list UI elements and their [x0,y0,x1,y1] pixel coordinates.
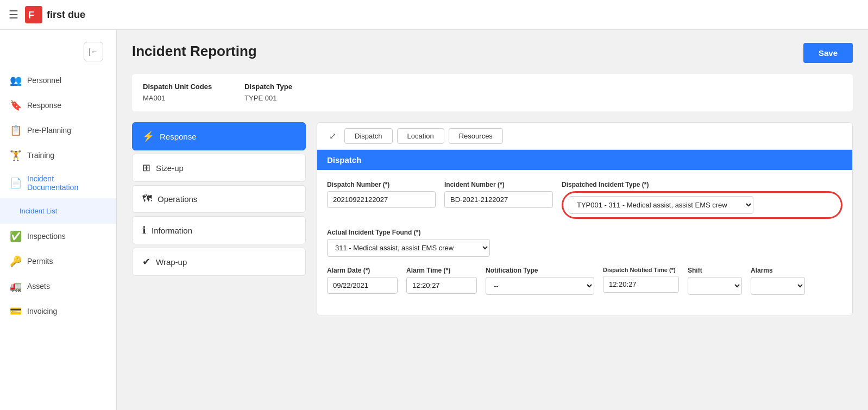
page-title: Incident Reporting [132,43,257,60]
dispatch-number-input[interactable] [327,191,436,208]
tab-location[interactable]: Location [397,128,444,144]
nav-item-wrapup[interactable]: ✔ Wrap-up [132,248,306,276]
dispatched-incident-type-select[interactable]: TYP001 - 311 - Medical assist, assist EM… [569,196,753,214]
dispatched-incident-type-group: Dispatched Incident Type (*) TYP001 - 31… [562,181,842,219]
invoicing-icon: 💳 [10,305,22,317]
sidebar-label-response: Response [27,101,61,110]
sidebar-item-pre-planning[interactable]: 📋 Pre-Planning [0,118,116,143]
sidebar-label-invoicing: Invoicing [27,307,57,316]
dispatch-unit-codes-label: Dispatch Unit Codes [143,83,212,91]
sidebar-label-incident-documentation: Incident Documentation [27,174,106,192]
alarm-date-group: Alarm Date (*) [327,267,398,294]
alarm-time-input[interactable] [406,277,477,294]
dispatch-notified-time-label: Dispatch Notified Time (*) [603,267,679,273]
topbar: ☰ F first due [0,0,868,30]
panel-tabs: ⤢ Dispatch Location Resources [317,123,852,150]
nav-label-information: Information [152,226,192,235]
notification-type-label: Notification Type [486,267,594,274]
sidebar-label-personnel: Personnel [27,76,61,85]
dispatched-incident-type-highlight: TYP001 - 311 - Medical assist, assist EM… [562,191,842,219]
alarms-group: Alarms [751,267,805,295]
actual-incident-type-group: Actual Incident Type Found (*) 311 - Med… [327,229,512,257]
expand-button[interactable]: ⤢ [325,129,340,144]
nav-item-response[interactable]: ⚡ Response [132,122,306,150]
sidebar-item-assets[interactable]: 🚛 Assets [0,274,116,299]
tab-dispatch[interactable]: Dispatch [344,128,393,144]
dispatch-info-bar: Dispatch Unit Codes MA001 Dispatch Type … [132,74,853,111]
sidebar-item-inspections[interactable]: ✅ Inspections [0,224,116,249]
notification-type-group: Notification Type -- [486,267,594,295]
svg-text:F: F [28,10,34,21]
sidebar-item-training[interactable]: 🏋 Training [0,143,116,168]
dispatch-unit-codes-group: Dispatch Unit Codes MA001 [143,83,212,103]
response-nav-icon: ⚡ [142,130,154,142]
main-layout: |← 👥 Personnel 🔖 Response 📋 Pre-Planning… [0,30,868,410]
operations-nav-icon: 🗺 [142,193,152,205]
sidebar-item-permits[interactable]: 🔑 Permits [0,249,116,274]
shift-select[interactable] [688,277,742,295]
sidebar-item-incident-documentation[interactable]: 📄 Incident Documentation [0,168,116,198]
save-button[interactable]: Save [803,43,853,63]
sidebar-label-permits: Permits [27,257,53,266]
training-icon: 🏋 [10,149,22,161]
wrapup-nav-icon: ✔ [142,256,150,268]
sidebar-label-inspections: Inspections [27,232,66,241]
dispatch-type-group: Dispatch Type TYPE 001 [244,83,292,103]
section-header: Dispatch [317,150,852,170]
actual-incident-type-select[interactable]: 311 - Medical assist, assist EMS crew [327,239,490,257]
nav-item-sizeup[interactable]: ⊞ Size-up [132,154,306,182]
form-row-3: Alarm Date (*) Alarm Time (*) Notificati… [327,267,842,295]
alarm-time-label: Alarm Time (*) [406,267,477,274]
sidebar: |← 👥 Personnel 🔖 Response 📋 Pre-Planning… [0,30,117,410]
nav-label-wrapup: Wrap-up [156,257,187,267]
dispatch-unit-codes-value: MA001 [143,94,165,102]
form-area: Dispatch Number (*) Incident Number (*) … [317,170,852,316]
nav-label-sizeup: Size-up [156,163,184,173]
content-area: Incident Reporting Save Dispatch Unit Co… [117,30,868,410]
dispatch-number-group: Dispatch Number (*) [327,181,436,208]
dispatch-section: Dispatch Dispatch Number (*) Incident Nu… [317,150,852,316]
nav-item-operations[interactable]: 🗺 Operations [132,185,306,213]
incident-number-input[interactable] [444,191,553,208]
sidebar-item-incident-list[interactable]: Incident List [20,204,106,218]
nav-item-information[interactable]: ℹ Information [132,216,306,244]
incident-number-label: Incident Number (*) [444,181,553,188]
notification-type-select[interactable]: -- [486,277,594,295]
page-header: Incident Reporting Save [132,43,853,63]
dispatch-notified-time-input[interactable] [603,276,679,293]
form-row-2: Actual Incident Type Found (*) 311 - Med… [327,229,842,257]
logo-text: first due [47,9,85,21]
sidebar-label-pre-planning: Pre-Planning [27,126,71,135]
dispatch-type-label: Dispatch Type [244,83,292,91]
inspections-icon: ✅ [10,230,22,242]
incident-documentation-icon: 📄 [10,177,22,189]
alarms-label: Alarms [751,267,805,274]
form-row-1: Dispatch Number (*) Incident Number (*) … [327,181,842,219]
alarm-time-group: Alarm Time (*) [406,267,477,294]
sidebar-collapse-button[interactable]: |← [84,42,103,61]
two-col-layout: ⚡ Response ⊞ Size-up 🗺 Operations ℹ Info… [132,122,853,316]
nav-label-response: Response [160,132,197,141]
sizeup-nav-icon: ⊞ [142,162,150,174]
shift-label: Shift [688,267,742,274]
hamburger-menu[interactable]: ☰ [9,8,18,21]
sidebar-item-personnel[interactable]: 👥 Personnel [0,68,116,93]
sidebar-sub-menu: Incident List [0,198,116,224]
dispatch-type-value: TYPE 001 [244,94,276,102]
dispatch-notified-time-group: Dispatch Notified Time (*) [603,267,679,293]
incident-number-group: Incident Number (*) [444,181,553,208]
shift-group: Shift [688,267,742,295]
nav-label-operations: Operations [158,194,197,204]
alarms-select[interactable] [751,277,805,295]
right-panel: ⤢ Dispatch Location Resources Dispatch D… [317,122,853,316]
sidebar-label-assets: Assets [27,282,50,291]
pre-planning-icon: 📋 [10,124,22,136]
sidebar-item-response[interactable]: 🔖 Response [0,93,116,118]
sidebar-item-invoicing[interactable]: 💳 Invoicing [0,299,116,324]
logo: F first due [25,6,85,23]
tab-resources[interactable]: Resources [449,128,503,144]
personnel-icon: 👥 [10,74,22,86]
information-nav-icon: ℹ [142,224,146,236]
alarm-date-input[interactable] [327,277,398,294]
dispatch-number-label: Dispatch Number (*) [327,181,436,188]
